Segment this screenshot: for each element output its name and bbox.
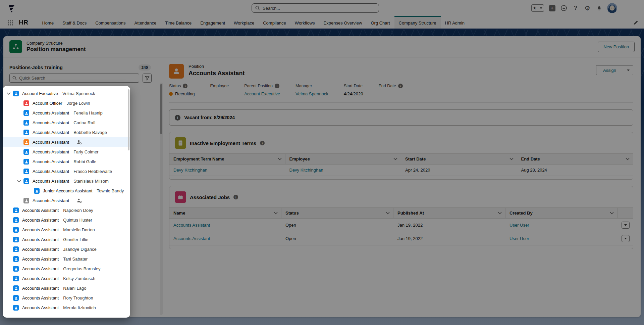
tree-item-title: Accounts Assistant	[22, 208, 59, 213]
tree-item-employee: Kelcy Zumbusch	[63, 276, 95, 281]
tree-item-title: Account Executive	[22, 91, 58, 96]
tree-item-employee: Merola Itzkovitch	[63, 305, 96, 310]
tree-item-title: Junior Accounts Assistant	[43, 188, 92, 193]
position-person-icon	[23, 159, 29, 165]
tree-item[interactable]: Accounts Assistant Tani Sabater	[3, 254, 130, 264]
tree-item-title: Accounts Assistant	[33, 179, 69, 184]
position-person-icon	[23, 178, 29, 184]
position-person-icon	[23, 169, 29, 174]
position-person-icon	[13, 276, 19, 281]
tree-item[interactable]: Junior Accounts Assistant Townie Bandy	[3, 186, 130, 196]
tree-item[interactable]: Accounts Assistant Marsiella Darton	[3, 225, 130, 235]
tree-item[interactable]: Accounts Assistant Farly Colmer	[3, 147, 130, 157]
position-person-icon	[13, 285, 19, 291]
tree-item[interactable]: Accounts Assistant Merola Itzkovitch	[3, 303, 130, 313]
tree-item-title: Accounts Assistant	[33, 140, 69, 145]
position-person-icon	[23, 139, 29, 145]
tree-item[interactable]: Accounts Assistant	[3, 137, 130, 147]
position-person-icon	[13, 305, 19, 311]
tree-item-employee: Robbi Galle	[73, 159, 96, 164]
chevron-down-icon	[17, 180, 23, 183]
tree-item[interactable]: Accounts Assistant Bobbette Bavage	[3, 128, 130, 137]
tree-item-employee: Bobbette Bavage	[73, 130, 107, 135]
vacant-position-icon	[77, 140, 82, 145]
tree-item-employee: Townie Bandy	[97, 188, 124, 193]
position-person-icon	[23, 110, 29, 116]
chevron-down-icon	[7, 92, 13, 95]
tree-item[interactable]: Accounts Assistant Carina Raft	[3, 118, 130, 128]
tree-item-employee: Tani Sabater	[63, 257, 88, 262]
tree-item-title: Accounts Assistant	[33, 169, 69, 174]
tree-item[interactable]: Accounts Assistant Fenelia Hasnip	[3, 108, 130, 118]
tree-item[interactable]: Accounts Assistant Napoleon Doey	[3, 205, 130, 215]
tree-item-title: Accounts Assistant	[22, 276, 59, 281]
tree-item-title: Accounts Assistant	[22, 237, 59, 242]
position-person-icon	[13, 227, 19, 233]
position-tree-panel: Account Executive Velma Spennock Account…	[3, 86, 130, 318]
tree-item-employee: Jorge Lowin	[67, 101, 90, 106]
tree-item-employee: Rory Troughton	[63, 295, 93, 300]
position-person-icon	[13, 237, 19, 242]
tree-item[interactable]: Account Executive Velma Spennock	[3, 89, 130, 98]
tree-item-employee: Ginnifer Lillie	[63, 237, 88, 242]
position-person-icon	[34, 188, 40, 194]
tree-item-title: Accounts Assistant	[22, 266, 59, 271]
position-person-icon	[13, 246, 19, 252]
tree-item-title: Account Officer	[33, 101, 62, 106]
tree-item-employee: Napoleon Doey	[63, 208, 93, 213]
tree-item[interactable]: Accounts Assistant	[3, 196, 130, 205]
tree-item-employee: Quintus Huster	[63, 218, 92, 223]
tree-item[interactable]: Accounts Assistant Jsandye Digance	[3, 244, 130, 254]
tree-item-employee: Frasco Hebblewaite	[73, 169, 112, 174]
position-person-icon	[13, 256, 19, 262]
tree-item[interactable]: Accounts Assistant Quintus Huster	[3, 215, 130, 225]
tree-item-title: Accounts Assistant	[33, 110, 69, 115]
tree-item[interactable]: Accounts Assistant Frasco Hebblewaite	[3, 167, 130, 176]
tree-item[interactable]: Accounts Assistant Nalani Lago	[3, 283, 130, 293]
position-person-icon	[13, 217, 19, 223]
tree-item-employee: Gregorius Barnsley	[63, 266, 100, 271]
position-person-icon	[23, 149, 29, 155]
tree-item-title: Accounts Assistant	[22, 218, 59, 223]
position-person-icon	[23, 198, 29, 203]
tree-scrollbar-thumb[interactable]	[128, 89, 129, 150]
position-person-icon	[23, 100, 29, 106]
position-person-icon	[13, 266, 19, 272]
position-person-icon	[13, 295, 19, 301]
tree-item[interactable]: Accounts Assistant Gregorius Barnsley	[3, 264, 130, 274]
position-person-icon	[13, 207, 19, 213]
tree-item[interactable]: Accounts Assistant Rory Troughton	[3, 293, 130, 303]
tree-item-title: Accounts Assistant	[33, 159, 69, 164]
tree-item-title: Accounts Assistant	[33, 149, 69, 154]
position-person-icon	[23, 130, 29, 135]
tree-item-title: Accounts Assistant	[22, 257, 59, 262]
vacant-position-icon	[77, 198, 82, 203]
tree-item-title: Accounts Assistant	[22, 227, 59, 232]
tree-item[interactable]: Accounts Assistant Ginnifer Lillie	[3, 235, 130, 244]
tree-item-title: Accounts Assistant	[22, 305, 59, 310]
tree-item-employee: Farly Colmer	[73, 149, 98, 154]
tree-item-employee: Fenelia Hasnip	[73, 110, 103, 115]
tree-item[interactable]: Accounts Assistant Kelcy Zumbusch	[3, 274, 130, 283]
tree-item-employee: Jsandye Digance	[63, 247, 97, 252]
tree-item-title: Accounts Assistant	[22, 286, 59, 291]
position-person-icon	[13, 91, 19, 96]
tree-item-title: Accounts Assistant	[22, 295, 59, 300]
tree-item-title: Accounts Assistant	[33, 198, 69, 203]
tree-item-employee: Stanislaus Milsom	[73, 179, 109, 184]
tree-item-employee: Nalani Lago	[63, 286, 86, 291]
tree-item-employee: Carina Raft	[73, 120, 96, 125]
tree-item[interactable]: Accounts Assistant Robbi Galle	[3, 157, 130, 167]
tree-item-employee: Velma Spennock	[62, 91, 95, 96]
tree-item-title: Accounts Assistant	[22, 247, 59, 252]
tree-item[interactable]: Account Officer Jorge Lowin	[3, 98, 130, 108]
position-person-icon	[23, 120, 29, 126]
tree-item-title: Accounts Assistant	[33, 130, 69, 135]
tree-item-employee: Marsiella Darton	[63, 227, 95, 232]
tree-item-title: Accounts Assistant	[33, 120, 69, 125]
tree-item[interactable]: Accounts Assistant Stanislaus Milsom	[3, 176, 130, 186]
